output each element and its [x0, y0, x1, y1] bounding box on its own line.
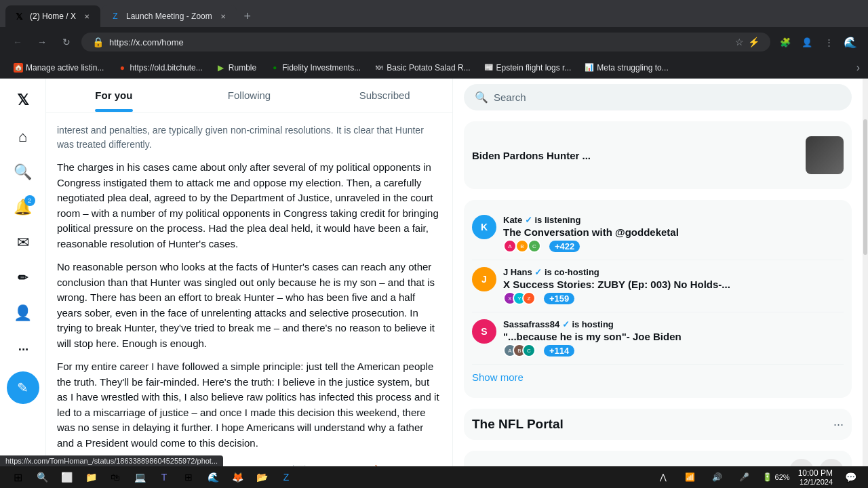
sidebar-item-profile[interactable]: 👤: [7, 297, 39, 329]
space-item-jhans[interactable]: J J Hans ✓ is co-hosting X Success Stori…: [472, 260, 844, 312]
sidebar-item-home[interactable]: ⌂: [7, 121, 39, 153]
sidebar-item-notifications[interactable]: 🔔 2: [7, 191, 39, 224]
tweet-text: interest and penalties, are typically gi…: [57, 123, 441, 451]
edge-icon[interactable]: 🌊: [841, 33, 860, 52]
bookmark-listing[interactable]: 🏠 Manage active listin...: [8, 62, 109, 74]
space-host-name-sassa: Sassafrass84: [503, 319, 559, 329]
listener-count-kate: +422: [549, 241, 580, 252]
zoom-taskbar-button[interactable]: Z: [277, 468, 296, 487]
grid-app-button[interactable]: ⊞: [179, 468, 198, 487]
mypc-app[interactable]: 💻: [130, 468, 149, 487]
firefox-button[interactable]: 🦊: [228, 468, 247, 487]
space-host-kate: Kate ✓ is listening: [503, 215, 844, 225]
listener-avatar-1: A: [503, 239, 517, 253]
bookmark-epstein[interactable]: 📰 Epstein flight logs r...: [479, 62, 577, 74]
expand-tray-button[interactable]: ⋀: [654, 468, 673, 487]
bookmarks-more-chevron[interactable]: ›: [856, 62, 860, 74]
space-item-sassa[interactable]: S Sassafrass84 ✓ is hosting "...because …: [472, 312, 844, 365]
refresh-button[interactable]: ↻: [57, 33, 76, 52]
tab-subscribed[interactable]: Subscribed: [317, 79, 452, 112]
ms-store-button[interactable]: 🛍: [106, 468, 125, 487]
space-host-status-kate: is listening: [534, 215, 580, 225]
nfl-portal-title: The NFL Portal: [472, 417, 564, 432]
search-box[interactable]: 🔍: [464, 84, 852, 110]
space-info-kate: Kate ✓ is listening The Conversation wit…: [503, 215, 844, 253]
sidebar-item-explore[interactable]: 🔍: [7, 156, 39, 188]
space-host-sassa: Sassafrass84 ✓ is hosting: [503, 319, 844, 329]
tab-zoom[interactable]: Z Launch Meeting - Zoom ✕: [102, 5, 237, 27]
time-display: 10:00 PM: [798, 468, 833, 478]
tab-close-x[interactable]: ✕: [81, 11, 92, 22]
space-avatar-jhans: J: [472, 267, 496, 291]
back-button[interactable]: ←: [8, 33, 27, 52]
tab-for-you[interactable]: For you: [46, 79, 182, 112]
edge-taskbar-button[interactable]: 🌊: [203, 468, 222, 487]
bookmark-listing-label: Manage active listin...: [26, 63, 104, 73]
battery-percentage: 62%: [775, 473, 790, 481]
trend-item-biden[interactable]: Biden Pardons Hunter ...: [472, 129, 844, 181]
teams-button[interactable]: T: [155, 468, 174, 487]
search-input[interactable]: [494, 92, 841, 103]
nfl-portal-header: The NFL Portal ···: [472, 417, 844, 432]
bookmark-fidelity[interactable]: ● Fidelity Investments...: [264, 62, 366, 74]
listener-count-sassa: +114: [544, 345, 574, 357]
battery-indicator[interactable]: 🔋 62%: [762, 472, 790, 482]
space-listeners-kate: A B C +422: [503, 239, 844, 253]
main-scrollbar[interactable]: [863, 79, 868, 488]
network-icon[interactable]: 📶: [681, 468, 700, 487]
mic-icon[interactable]: 🎤: [735, 468, 754, 487]
page-content: 𝕏 ⌂ 🔍 🔔 2 ✉ ✏ 👤 ··· ✎ A: [0, 79, 868, 488]
tab-x-home[interactable]: 𝕏 (2) Home / X ✕: [5, 5, 100, 27]
home-icon: ⌂: [18, 128, 27, 146]
tweet-biden-pardon: interest and penalties, are typically gi…: [46, 113, 452, 488]
meta-favicon: 📊: [585, 63, 594, 73]
show-more-button[interactable]: Show more: [472, 365, 844, 390]
tab-following[interactable]: Following: [182, 79, 317, 112]
tab-title-zoom: Launch Meeting - Zoom: [126, 12, 212, 21]
url-text: https://x.com/home: [109, 37, 184, 47]
space-avatar-sassa: S: [472, 319, 496, 344]
bookmark-rumble[interactable]: ▶ Rumble: [211, 62, 262, 74]
sidebar-item-messages[interactable]: ✉: [7, 226, 39, 259]
start-button[interactable]: ⊞: [8, 468, 27, 487]
task-view-button[interactable]: ⬜: [57, 468, 76, 487]
person-icon: 👤: [14, 304, 32, 322]
menu-button[interactable]: ⋮: [819, 33, 838, 52]
trend-name: Biden Pardons Hunter ...: [472, 150, 797, 161]
bookmark-potato[interactable]: 🍽 Basic Potato Salad R...: [369, 62, 475, 74]
bookmark-bitchute[interactable]: ● https://old.bitchute...: [112, 62, 208, 74]
star-icon[interactable]: ☆: [735, 37, 744, 47]
space-info-sassa: Sassafrass84 ✓ is hosting "...because he…: [503, 319, 844, 357]
extensions-button[interactable]: 🧩: [776, 33, 795, 52]
extension-icon[interactable]: ⚡: [748, 37, 760, 47]
datetime-display[interactable]: 10:00 PM 12/1/2024: [798, 468, 833, 486]
nfl-portal-section: The NFL Portal ···: [464, 409, 852, 440]
profile-button[interactable]: 👤: [797, 33, 816, 52]
address-bar-icons: ☆ ⚡: [735, 37, 760, 47]
compose-button[interactable]: ✎: [7, 371, 39, 404]
sidebar-item-more[interactable]: ···: [7, 332, 39, 365]
sidebar-item-grok[interactable]: ✏: [7, 262, 39, 294]
tab-close-zoom[interactable]: ✕: [218, 11, 229, 22]
taskbar-search-button[interactable]: 🔍: [33, 468, 52, 487]
bookmark-meta[interactable]: 📊 Meta struggling to...: [579, 62, 673, 74]
feed-tabs: For you Following Subscribed: [46, 79, 452, 113]
kate-verified: ✓: [525, 215, 532, 225]
taskbar: ⊞ 🔍 ⬜ 📁 🛍 💻 T ⊞ 🌊 🦊 📂 Z ⋀ 📶 🔊 🎤 🔋 62%: [0, 466, 868, 488]
file-manager-button[interactable]: 📂: [252, 468, 271, 487]
x-logo-button[interactable]: 𝕏: [7, 84, 39, 117]
space-avatar-kate: K: [472, 215, 496, 239]
address-bar[interactable]: 🔒 https://x.com/home ☆ ⚡: [81, 33, 770, 52]
x-logo-icon: 𝕏: [17, 92, 29, 109]
file-explorer-button[interactable]: 📁: [81, 468, 100, 487]
notification-center-button[interactable]: 💬: [841, 468, 860, 487]
new-tab-button[interactable]: +: [238, 7, 257, 26]
listener-avatars-jhans: X Y Z: [503, 291, 536, 305]
forward-button[interactable]: →: [33, 33, 52, 52]
tweet-para-4: For my entire career I have followed a s…: [57, 359, 441, 451]
volume-icon[interactable]: 🔊: [708, 468, 727, 487]
nfl-more-button[interactable]: ···: [833, 418, 844, 432]
search-icon: 🔍: [475, 91, 488, 104]
epstein-favicon: 📰: [484, 63, 494, 73]
space-item-kate[interactable]: K Kate ✓ is listening The Conversation w…: [472, 208, 844, 260]
